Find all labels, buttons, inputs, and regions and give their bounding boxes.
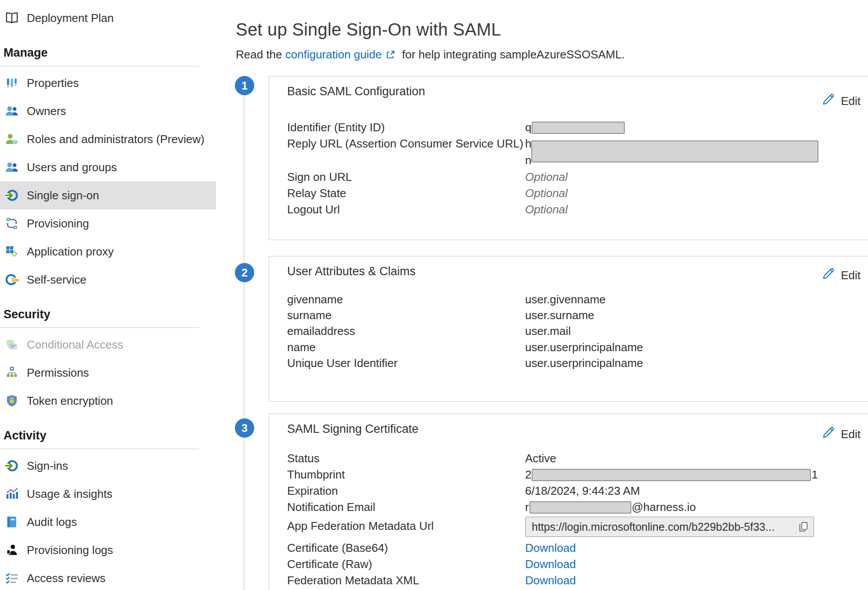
- intro-suffix: for help integrating sampleAzureSSOSAML.: [399, 48, 624, 61]
- step-circle-3: 3: [235, 418, 254, 438]
- sidebar-item-token-encryption[interactable]: Token encryption: [0, 387, 216, 415]
- sidebar-item-roles-and-administrators-preview[interactable]: Roles and administrators (Preview): [0, 125, 216, 153]
- intro-text: Read the configuration guide for help in…: [236, 48, 625, 63]
- row-label-expiration: Expiration: [287, 484, 338, 498]
- row-label-logout-url: Logout Url: [287, 203, 340, 216]
- sidebar-item-label: Token encryption: [27, 394, 113, 408]
- sidebar-item-label: Usage & insights: [27, 487, 112, 501]
- book-icon: [4, 10, 20, 26]
- metadata-url-value: https://login.microsoftonline.com/b229b2…: [532, 521, 794, 533]
- sidebar-item-permissions[interactable]: Permissions: [0, 359, 216, 387]
- pencil-icon: [821, 426, 835, 442]
- sidebar-item-users-and-groups[interactable]: Users and groups: [0, 153, 216, 181]
- token-encryption-icon: [4, 393, 20, 409]
- sidebar-divider: [0, 327, 199, 328]
- redacted-line2-fragment: n: [525, 154, 531, 167]
- usage-insights-icon: [4, 486, 20, 502]
- redacted-visible-prefix: r: [525, 500, 529, 514]
- row-value-identifier-entity-id: q: [525, 121, 625, 134]
- row-value-reply-url-assertion-consumer-service-url: hn: [525, 137, 868, 169]
- sidebar-item-usage-insights[interactable]: Usage & insights: [0, 480, 216, 508]
- download-link-federation-metadata-xml[interactable]: Download: [525, 574, 576, 587]
- redacted-visible-prefix: 2: [525, 468, 531, 481]
- configuration-guide-link[interactable]: configuration guide: [285, 48, 382, 61]
- page-title: Set up Single Sign-On with SAML: [236, 20, 501, 40]
- row-label-emailaddress: emailaddress: [287, 324, 355, 338]
- sidebar-item-access-reviews[interactable]: Access reviews: [0, 564, 216, 590]
- provisioning-icon: [4, 216, 20, 231]
- sidebar-item-provisioning-logs[interactable]: Provisioning logs: [0, 536, 216, 564]
- sidebar-nav: Deployment PlanManagePropertiesOwnersRol…: [0, 0, 216, 590]
- row-label-federation-metadata-xml: Federation Metadata XML: [287, 574, 419, 587]
- row-value-sign-on-url: Optional: [525, 170, 568, 184]
- sidebar-item-properties[interactable]: Properties: [0, 69, 216, 97]
- sidebar-item-label: Access reviews: [27, 572, 105, 585]
- row-value-name: user.userprincipalname: [525, 341, 643, 354]
- row-value-certificate-raw: Download: [525, 558, 576, 571]
- pencil-icon: [821, 267, 835, 284]
- sidebar-item-label: Owners: [27, 104, 66, 118]
- sidebar-item-label: Permissions: [27, 366, 89, 380]
- row-label-identifier-entity-id: Identifier (Entity ID): [287, 121, 385, 134]
- sidebar-item-single-sign-on[interactable]: Single sign-on: [0, 181, 216, 209]
- edit-button-user-attributes-claims[interactable]: Edit: [821, 267, 861, 284]
- sidebar-item-label: Provisioning: [27, 217, 89, 230]
- download-link-certificate-base64[interactable]: Download: [525, 541, 576, 554]
- row-label-sign-on-url: Sign on URL: [287, 170, 352, 184]
- row-label-app-federation-metadata-url: App Federation Metadata Url: [287, 519, 434, 533]
- row-value-logout-url: Optional: [525, 203, 568, 216]
- row-value-givenname: user.givenname: [525, 293, 606, 306]
- row-value-thumbprint: 21: [525, 468, 818, 482]
- sso-icon: [4, 187, 20, 203]
- sidebar-item-provisioning[interactable]: Provisioning: [0, 209, 216, 237]
- redaction-box: [529, 501, 631, 514]
- row-label-reply-url-assertion-consumer-service-url: Reply URL (Assertion Consumer Service UR…: [287, 137, 523, 151]
- step-connector-line: [244, 86, 245, 590]
- section-user-attributes-claims: User Attributes & ClaimsEditgivennameuse…: [269, 256, 868, 402]
- sidebar-item-deployment-plan[interactable]: Deployment Plan: [0, 4, 216, 32]
- row-label-relay-state: Relay State: [287, 187, 346, 200]
- row-value-unique-user-identifier: user.userprincipalname: [525, 356, 643, 370]
- row-label-notification-email: Notification Email: [287, 500, 375, 514]
- sidebar-heading-activity: Activity: [0, 427, 216, 444]
- edit-button-basic-saml-configuration[interactable]: Edit: [821, 93, 861, 109]
- sidebar-divider: [0, 66, 199, 66]
- roles-icon: [4, 131, 20, 147]
- row-value-expiration: 6/18/2024, 9:44:23 AM: [525, 484, 640, 498]
- redaction-box: [532, 469, 811, 481]
- row-value-emailaddress: user.mail: [525, 324, 571, 338]
- row-value-status: Active: [525, 452, 556, 465]
- sidebar-item-audit-logs[interactable]: Audit logs: [0, 508, 216, 536]
- sidebar-item-label: Application proxy: [27, 245, 114, 259]
- row-value-certificate-base64: Download: [525, 541, 576, 555]
- copy-icon[interactable]: [798, 521, 809, 532]
- pencil-icon: [821, 93, 835, 109]
- redacted-line1-fragment: h: [525, 137, 531, 150]
- sidebar-item-label: Audit logs: [27, 515, 77, 529]
- section-title: SAML Signing Certificate: [287, 422, 418, 436]
- section-saml-signing-certificate: SAML Signing CertificateEditStatusActive…: [269, 414, 868, 590]
- sidebar-item-conditional-access: Conditional Access: [0, 331, 216, 359]
- sidebar-item-application-proxy[interactable]: Application proxy: [0, 237, 216, 266]
- download-link-certificate-raw[interactable]: Download: [525, 558, 576, 571]
- sidebar-heading-manage: Manage: [0, 44, 216, 61]
- sidebar-item-self-service[interactable]: Self-service: [0, 266, 216, 294]
- row-value-federation-metadata-xml: Download: [525, 574, 576, 587]
- edit-button-saml-signing-certificate[interactable]: Edit: [821, 426, 861, 442]
- app-federation-metadata-url-field[interactable]: https://login.microsoftonline.com/b229b2…: [525, 517, 814, 537]
- row-label-certificate-base64: Certificate (Base64): [287, 541, 388, 555]
- sidebar-item-sign-ins[interactable]: Sign-ins: [0, 452, 216, 480]
- sso-icon: [4, 458, 20, 474]
- redaction-box: [531, 140, 818, 162]
- conditional-access-icon: [4, 337, 20, 353]
- audit-logs-icon: [4, 514, 20, 530]
- edit-label: Edit: [841, 269, 861, 282]
- section-basic-saml-configuration: Basic SAML ConfigurationEditIdentifier (…: [269, 76, 868, 240]
- section-title: User Attributes & Claims: [287, 265, 416, 278]
- sidebar-item-label: Users and groups: [27, 161, 117, 174]
- redacted-visible-suffix: @harness.io: [632, 500, 696, 514]
- sidebar-item-label: Sign-ins: [27, 459, 68, 473]
- sidebar-item-owners[interactable]: Owners: [0, 97, 216, 125]
- step-circle-2: 2: [235, 263, 254, 282]
- sidebar-item-label: Properties: [27, 76, 79, 90]
